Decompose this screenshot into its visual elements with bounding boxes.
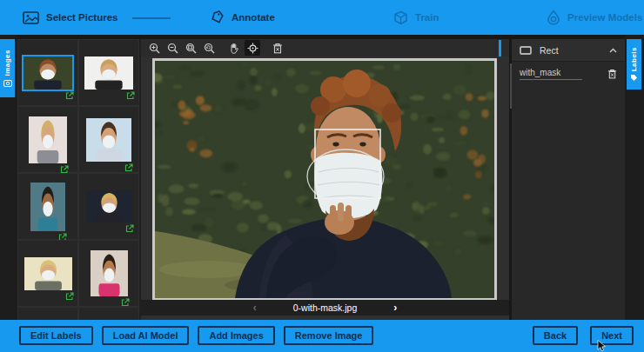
thumbnail-7[interactable] [17, 240, 78, 307]
step-select-pictures[interactable]: Select Pictures [23, 0, 117, 35]
zoom-out-icon[interactable] [164, 40, 180, 56]
open-image-icon[interactable] [65, 91, 74, 100]
step-label: Train [415, 12, 439, 23]
edit-labels-button[interactable]: Edit Labels [19, 326, 93, 345]
pictures-icon [23, 11, 39, 24]
annotated-photo[interactable] [152, 58, 497, 301]
open-image-icon[interactable] [124, 163, 133, 172]
tab-labels[interactable]: Labels [627, 39, 641, 90]
thumbnail-2[interactable] [78, 39, 139, 106]
pan-hand-icon[interactable] [226, 40, 242, 56]
add-images-button[interactable]: Add Images [198, 326, 274, 345]
canvas-vertical-scrollbar[interactable] [499, 40, 501, 56]
tab-images[interactable]: Images [0, 39, 15, 97]
tags-icon [209, 10, 225, 25]
next-image-arrow[interactable]: › [393, 302, 397, 313]
label-row: with_mask [512, 62, 625, 85]
thumbnail-image[interactable] [23, 56, 72, 90]
open-image-icon[interactable] [126, 91, 135, 100]
delete-label-icon[interactable] [607, 69, 617, 79]
rect-shape-icon [520, 46, 532, 55]
thumbnail-image[interactable] [86, 190, 132, 222]
thumbnail-grid [17, 39, 141, 320]
images-tab-label: Images [3, 50, 11, 76]
shape-group-title: Rect [540, 45, 601, 56]
delete-annotation-icon[interactable] [270, 40, 285, 56]
back-button[interactable]: Back [533, 326, 578, 345]
open-image-icon[interactable] [121, 298, 130, 307]
camera-icon [3, 79, 12, 87]
open-image-icon[interactable] [60, 165, 69, 174]
chevron-up-icon [609, 48, 617, 53]
open-image-icon[interactable] [125, 224, 134, 233]
labels-panel: Rect with_mask [512, 39, 625, 320]
labels-tab-label: Labels [630, 47, 638, 71]
label-name-input[interactable]: with_mask [520, 68, 582, 80]
tag-icon [630, 74, 638, 82]
load-ai-model-button[interactable]: Load AI Model [102, 326, 190, 345]
canvas-toolbar [141, 39, 509, 56]
annotation-canvas-area: ‹ 0-with-mask.jpg › [141, 39, 509, 320]
workspace: Images [0, 35, 644, 320]
step-label: Select Pictures [46, 12, 117, 23]
next-button[interactable]: Next [590, 326, 634, 345]
thumbnail-5[interactable] [17, 173, 78, 240]
thumbnail-image[interactable] [29, 116, 67, 163]
thumbnail-4[interactable] [78, 106, 139, 173]
thumbnail-partial [17, 307, 78, 320]
step-label: Annotate [231, 12, 275, 23]
thumbnail-image[interactable] [91, 250, 128, 296]
thumbnail-image[interactable] [30, 183, 65, 231]
remove-image-button[interactable]: Remove Image [284, 326, 374, 345]
thumbnail-image[interactable] [24, 257, 72, 290]
zoom-reset-icon[interactable] [201, 40, 217, 56]
current-filename: 0-with-mask.jpg [293, 302, 358, 313]
zoom-in-icon[interactable] [146, 40, 162, 56]
wizard-header: Select Pictures Annotate Train Preview M… [0, 0, 644, 35]
thumbnail-8[interactable] [78, 240, 139, 307]
thumbnail-image[interactable] [86, 118, 131, 162]
shape-group-header[interactable]: Rect [512, 39, 625, 62]
step-train[interactable]: Train [393, 0, 439, 35]
step-connector-line [132, 17, 171, 19]
thumbnail-partial [78, 307, 139, 320]
thumbnail-1[interactable] [17, 39, 78, 106]
thumbnail-image[interactable] [84, 56, 133, 90]
open-image-icon[interactable] [65, 292, 74, 301]
previous-image-arrow[interactable]: ‹ [253, 302, 257, 313]
droplet-icon [547, 10, 560, 25]
step-preview-models[interactable]: Preview Models [547, 0, 642, 35]
bottom-action-bar: Edit LabelsLoad AI ModelAdd ImagesRemove… [0, 320, 644, 352]
zoom-fit-icon[interactable] [183, 40, 198, 56]
step-label: Preview Models [567, 12, 642, 23]
step-annotate[interactable]: Annotate [209, 0, 275, 35]
image-navigator: ‹ 0-with-mask.jpg › [141, 300, 509, 315]
left-button-group: Edit LabelsLoad AI ModelAdd ImagesRemove… [19, 326, 373, 345]
right-button-group: BackNext [533, 326, 634, 345]
target-tool-icon[interactable] [245, 40, 260, 56]
thumbnail-3[interactable] [17, 106, 78, 173]
cube-icon [393, 10, 408, 25]
thumbnail-6[interactable] [78, 173, 139, 240]
